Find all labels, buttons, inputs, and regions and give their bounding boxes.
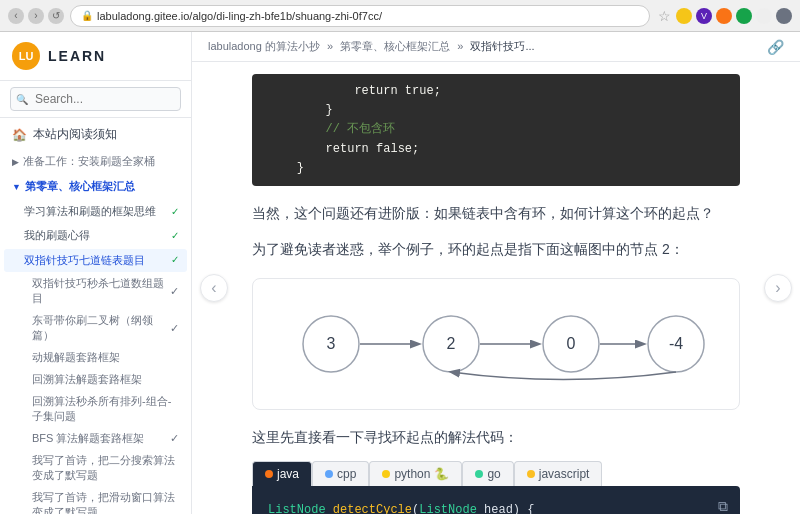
code-line-3: // 不包含环: [268, 120, 724, 139]
user-avatar: [776, 8, 792, 24]
tab-javascript[interactable]: javascript: [514, 461, 603, 486]
forward-button[interactable]: ›: [28, 8, 44, 24]
code-line-4: return false;: [268, 140, 724, 159]
url-text: labuladong.gitee.io/algo/di-ling-zh-bfe1…: [97, 10, 382, 22]
code-line-5: }: [268, 159, 724, 178]
logo-initials: LU: [19, 50, 34, 62]
home-section[interactable]: 🏠 本站内阅读须知: [0, 118, 191, 149]
sidebar-subitem-binary1[interactable]: 我写了首诗，把二分搜索算法变成了默写题: [4, 450, 187, 486]
tab-python-label: python: [394, 467, 430, 481]
copy-icon[interactable]: ⧉: [718, 496, 728, 514]
prev-nav-button[interactable]: ‹: [200, 274, 228, 302]
sidebar-subitem-backtrack2[interactable]: 回溯算法秒杀所有排列-组合-子集问题: [4, 391, 187, 427]
main-layout: LU LEARN 🏠 本站内阅读须知 ▶ 准备工作：安装刷题全家桶 ▼ 第零章、…: [0, 32, 800, 514]
check-icon: ✓: [170, 432, 179, 445]
item-label: 动规解题套路框架: [32, 350, 120, 365]
sidebar-subitem-sliding[interactable]: 我写了首诗，把滑动窗口算法变成了默写题: [4, 487, 187, 514]
item-label: 回溯算法解题套路框架: [32, 372, 142, 387]
home-icon: 🏠: [12, 128, 27, 142]
check-icon: ✓: [171, 205, 179, 219]
group-chapter0-label: 第零章、核心框架汇总: [25, 179, 135, 194]
search-wrapper: [10, 87, 181, 111]
tab-python[interactable]: python 🐍: [369, 461, 462, 486]
ext-icon-4: [736, 8, 752, 24]
sidebar-group-chapter0[interactable]: ▼ 第零章、核心框架汇总: [0, 174, 191, 199]
svg-text:2: 2: [447, 335, 456, 352]
main-content: return true; } // 不包含环 return false; } 当…: [192, 62, 800, 514]
bookmark-icon[interactable]: ☆: [656, 8, 672, 24]
lock-icon: 🔒: [81, 10, 93, 21]
breadcrumb-item-2[interactable]: 第零章、核心框架汇总: [340, 40, 450, 52]
code-block-top: return true; } // 不包含环 return false; }: [252, 74, 740, 186]
group-prepare-label: 准备工作：安装刷题全家桶: [23, 154, 155, 169]
sidebar-logo: LU LEARN: [0, 32, 191, 81]
ext-icon-3: [716, 8, 732, 24]
sidebar-subitem-bfs[interactable]: BFS 算法解题套路框架 ✓: [4, 428, 187, 449]
logo-text: LEARN: [48, 48, 106, 64]
ext-icon-5: [756, 8, 772, 24]
item-label: 学习算法和刷题的框架思维: [24, 204, 156, 219]
sidebar-item-framework[interactable]: 学习算法和刷题的框架思维 ✓: [4, 200, 187, 223]
breadcrumb-sep-1: »: [327, 40, 336, 52]
sidebar-item-experience[interactable]: 我的刷题心得 ✓: [4, 224, 187, 247]
code-block-main: ⧉ ListNode detectCycle(ListNode head) { …: [252, 486, 740, 514]
tab-java[interactable]: java: [252, 461, 312, 486]
home-label: 本站内阅读须知: [33, 126, 117, 143]
code-line-m1: ListNode detectCycle(ListNode head) {: [268, 500, 724, 514]
check-icon: ✓: [170, 322, 179, 335]
item-label: 我写了首诗，把滑动窗口算法变成了默写题: [32, 490, 179, 514]
sidebar-subitem-array[interactable]: 双指针技巧秒杀七道数组题目 ✓: [4, 273, 187, 309]
intro-text2: 为了避免读者迷惑，举个例子，环的起点是指下面这幅图中的节点 2：: [252, 238, 740, 262]
tab-go-label: go: [487, 467, 500, 481]
sidebar-group-prepare[interactable]: ▶ 准备工作：安装刷题全家桶: [0, 149, 191, 174]
sidebar-subitem-tree[interactable]: 东哥带你刷二叉树（纲领篇） ✓: [4, 310, 187, 346]
breadcrumb: labuladong 的算法小抄 » 第零章、核心框架汇总 » 双指针技巧...…: [192, 32, 800, 62]
browser-chrome: ‹ › ↺ 🔒 labuladong.gitee.io/algo/di-ling…: [0, 0, 800, 32]
logo-icon: LU: [12, 42, 40, 70]
chevron-icon: ▶: [12, 157, 19, 167]
item-label: 双指针技巧秒杀七道数组题目: [32, 276, 170, 306]
cpp-dot: [325, 470, 333, 478]
refresh-button[interactable]: ↺: [48, 8, 64, 24]
js-dot: [527, 470, 535, 478]
back-button[interactable]: ‹: [8, 8, 24, 24]
sidebar-subitem-dp[interactable]: 动规解题套路框架: [4, 347, 187, 368]
address-bar[interactable]: 🔒 labuladong.gitee.io/algo/di-ling-zh-bf…: [70, 5, 650, 27]
tab-cpp[interactable]: cpp: [312, 461, 369, 486]
breadcrumb-sep-2: »: [457, 40, 466, 52]
svg-text:0: 0: [567, 335, 576, 352]
ext-icon-1: [676, 8, 692, 24]
item-label: BFS 算法解题套路框架: [32, 431, 144, 446]
tab-go[interactable]: go: [462, 461, 513, 486]
check-icon: ✓: [170, 285, 179, 298]
share-icon[interactable]: 🔗: [767, 39, 784, 55]
graph-svg: 3 2 0 -4: [276, 299, 716, 389]
item-label: 双指针技巧七道链表题目: [24, 253, 145, 268]
code-line-1: return true;: [268, 82, 724, 101]
sidebar: LU LEARN 🏠 本站内阅读须知 ▶ 准备工作：安装刷题全家桶 ▼ 第零章、…: [0, 32, 192, 514]
sidebar-subitem-backtrack[interactable]: 回溯算法解题套路框架: [4, 369, 187, 390]
sidebar-item-linked-list[interactable]: 双指针技巧七道链表题目 ✓: [4, 249, 187, 272]
python-dot: [382, 470, 390, 478]
browser-icons: ☆ V: [656, 8, 792, 24]
breadcrumb-path: labuladong 的算法小抄 » 第零章、核心框架汇总 » 双指针技巧...: [208, 39, 535, 54]
python-emoji: 🐍: [434, 467, 449, 481]
item-label: 我的刷题心得: [24, 228, 90, 243]
breadcrumb-item-1[interactable]: labuladong 的算法小抄: [208, 40, 320, 52]
item-label: 我写了首诗，把二分搜索算法变成了默写题: [32, 453, 179, 483]
svg-text:3: 3: [327, 335, 336, 352]
tab-cpp-label: cpp: [337, 467, 356, 481]
go-dot: [475, 470, 483, 478]
search-input[interactable]: [10, 87, 181, 111]
tab-js-label: javascript: [539, 467, 590, 481]
java-dot: [265, 470, 273, 478]
item-label: 东哥带你刷二叉树（纲领篇）: [32, 313, 170, 343]
next-nav-button[interactable]: ›: [764, 274, 792, 302]
chevron-icon-2: ▼: [12, 182, 21, 192]
check-icon: ✓: [171, 229, 179, 243]
item-label: 回溯算法秒杀所有排列-组合-子集问题: [32, 394, 179, 424]
tab-java-label: java: [277, 467, 299, 481]
ext-icon-2: V: [696, 8, 712, 24]
section-label: 这里先直接看一下寻找环起点的解法代码：: [252, 426, 740, 450]
lang-tabs: java cpp python 🐍 go: [252, 461, 740, 486]
